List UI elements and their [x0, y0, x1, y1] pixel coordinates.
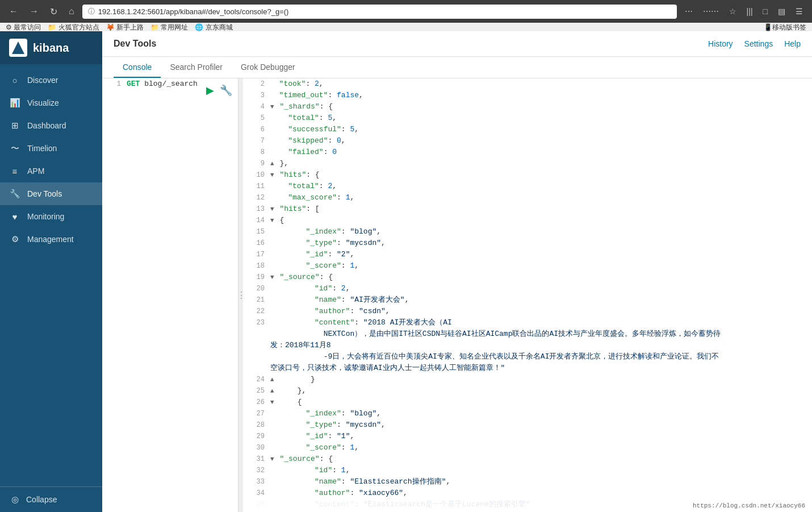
json-response-line-21: 21 "name": "AI开发者大会", — [243, 294, 812, 306]
panel-divider[interactable]: ⋮ — [238, 78, 243, 512]
secure-icon: ⓘ — [88, 7, 95, 16]
timelion-icon: 〜 — [9, 143, 20, 154]
sidebar-item-management[interactable]: ⚙ Management — [0, 228, 102, 251]
sidebar-item-label-timelion: Timelion — [27, 144, 57, 153]
json-response-line-29: 29 "_id": "1", — [243, 431, 812, 442]
star-icon[interactable]: ☆ — [726, 6, 740, 17]
editor-line-content-1: GET — [127, 78, 144, 90]
home-button[interactable]: ⌂ — [65, 5, 78, 18]
sidebar-item-visualize[interactable]: 📊 Visualize — [0, 91, 102, 114]
tab-console[interactable]: Console — [114, 57, 161, 78]
sidebar-item-label-discover: Discover — [27, 76, 58, 85]
bookmark-icon[interactable]: ||| — [743, 6, 756, 17]
json-response-line-22: 22 "author": "csdn", — [243, 306, 812, 317]
json-response-line-25: 25 ▲ }, — [243, 385, 812, 397]
json-response-line-8: 8 "failed": 0 — [243, 147, 812, 158]
json-response-line-28: 28 "_type": "mycsdn", — [243, 419, 812, 431]
json-response-line-27: 27 "_index": "blog", — [243, 408, 812, 419]
sidebar-item-timelion[interactable]: 〜 Timelion — [0, 137, 102, 160]
sidebar: kibana ○ Discover 📊 Visualize ⊞ Dashboar… — [0, 31, 102, 512]
grid-icon[interactable]: ⋯ — [681, 6, 696, 17]
json-response-line-26: 26 ▼ { — [243, 397, 812, 408]
discover-icon: ○ — [9, 74, 20, 86]
collapse-icon: ◎ — [9, 494, 20, 505]
json-response-line-15: 15 "_index": "blog", — [243, 226, 812, 238]
help-button[interactable]: Help — [784, 39, 801, 48]
json-response-line-18: 18 "_score": 1, — [243, 260, 812, 272]
collapse-button[interactable]: ◎ Collapse — [9, 494, 93, 505]
tabs-bar: Console Search Profiler Grok Debugger — [102, 57, 812, 78]
editor-line-content-1b: blog/_search — [144, 78, 198, 90]
management-icon: ⚙ — [9, 234, 20, 245]
left-panel: 1 GET blog/_search ▶ 🔧 — [102, 78, 238, 512]
url-hint: https://blog.csdn.net/xiaocy66 — [243, 499, 812, 512]
line-number-1: 1 — [107, 78, 121, 90]
menu-icon[interactable]: ☰ — [792, 6, 806, 17]
browser-actions: ⋯ ⋯⋯ ☆ ||| □ ▤ ☰ — [681, 6, 806, 17]
sidebar-item-label-management: Management — [27, 235, 74, 244]
json-response-line-19: 19 ▼ "_source": { — [243, 272, 812, 283]
kibana-logo — [9, 39, 27, 57]
history-button[interactable]: History — [708, 39, 733, 48]
address-bar[interactable]: ⓘ 192.168.1.242:5601/app/kibana#/dev_too… — [82, 5, 677, 19]
json-response-line-11: 11 "total": 2, — [243, 181, 812, 192]
devtools-header: Dev Tools History Settings Help — [102, 31, 812, 57]
tab-icon[interactable]: □ — [760, 6, 771, 17]
reload-button[interactable]: ↻ — [47, 5, 61, 18]
forward-button[interactable]: → — [26, 5, 42, 18]
sidebar-item-dashboard[interactable]: ⊞ Dashboard — [0, 114, 102, 137]
sidebar-item-monitoring[interactable]: ♥ Monitoring — [0, 205, 102, 228]
visualize-icon: 📊 — [9, 97, 20, 109]
url-text: 192.168.1.242:5601/app/kibana#/dev_tools… — [98, 7, 671, 16]
json-response-line-23: 23 "content": "2018 AI开发者大会（AI NEXTCon），… — [243, 317, 812, 374]
settings-button[interactable]: Settings — [744, 39, 773, 48]
kibana-logo-icon — [12, 41, 24, 54]
sidebar-item-label-apm: APM — [27, 166, 44, 176]
json-response-line-20: 20 "id": 2, — [243, 283, 812, 294]
run-button[interactable]: ▶ — [205, 83, 215, 98]
editor-toolbar: ▶ 🔧 — [205, 83, 233, 98]
json-response-line-14: 14 ▼ { — [243, 215, 812, 226]
tab-search-profiler[interactable]: Search Profiler — [161, 57, 232, 78]
json-response-line-2: 2 "took": 2, — [243, 78, 812, 90]
json-response-line-12: 12 "max_score": 1, — [243, 192, 812, 203]
json-response-line-17: 17 "_id": "2", — [243, 249, 812, 260]
sidebar-item-label-monitoring: Monitoring — [27, 212, 64, 221]
sidebar-item-label-visualize: Visualize — [27, 98, 59, 107]
sidebar-item-label-dashboard: Dashboard — [27, 121, 66, 130]
sidebar-item-discover[interactable]: ○ Discover — [0, 69, 102, 91]
response-content[interactable]: 2 "took": 2, 3 "timed_out": false, 4 ▼ "… — [243, 78, 812, 512]
json-response-line-13: 13 ▼ "hits": [ — [243, 203, 812, 215]
sidebar-item-devtools[interactable]: 🔧 Dev Tools — [0, 182, 102, 205]
devtools-actions: History Settings Help — [708, 39, 801, 48]
json-response-line-7: 7 "skipped": 0, — [243, 135, 812, 147]
sidebar-item-apm[interactable]: ≡ APM — [0, 160, 102, 182]
browser-chrome: ← → ↻ ⌂ ⓘ 192.168.1.242:5601/app/kibana#… — [0, 0, 812, 31]
dashboard-icon: ⊞ — [9, 120, 20, 131]
back-button[interactable]: ← — [6, 5, 22, 18]
json-response-line-4: 4 ▼ "_shards": { — [243, 101, 812, 113]
wrench-button[interactable]: 🔧 — [219, 83, 233, 98]
devtools-icon: 🔧 — [9, 188, 20, 199]
url-hint-text: https://blog.csdn.net/xiaocy66 — [693, 502, 805, 509]
json-response-line-24: 24 ▲ } — [243, 374, 812, 385]
json-response-line-31: 31 ▼ "_source": { — [243, 453, 812, 465]
tab-grok-debugger[interactable]: Grok Debugger — [232, 57, 304, 78]
sidebar-item-label-devtools: Dev Tools — [27, 189, 62, 198]
sidebar-footer: ◎ Collapse — [0, 486, 102, 512]
right-panel: 2 "took": 2, 3 "timed_out": false, 4 ▼ "… — [243, 78, 812, 512]
json-response-line-33: 33 "name": "Elasticsearch操作指南", — [243, 476, 812, 488]
kibana-title: kibana — [33, 41, 69, 55]
editor-content[interactable]: 1 GET blog/_search — [102, 78, 238, 512]
json-response-line-30: 30 "_score": 1, — [243, 442, 812, 453]
json-response-line-32: 32 "id": 1, — [243, 465, 812, 476]
json-response-line-34: 34 "author": "xiaocy66", — [243, 488, 812, 499]
app-container: kibana ○ Discover 📊 Visualize ⊞ Dashboar… — [0, 31, 812, 512]
json-response-line-5: 5 "total": 5, — [243, 113, 812, 124]
sidebar-nav: ○ Discover 📊 Visualize ⊞ Dashboard 〜 Tim… — [0, 64, 102, 486]
json-response-line-3: 3 "timed_out": false, — [243, 90, 812, 101]
sidebar-header: kibana — [0, 31, 102, 64]
json-response-line-10: 10 ▼ "hits": { — [243, 169, 812, 181]
more-icon[interactable]: ⋯⋯ — [700, 6, 722, 17]
chat-icon[interactable]: ▤ — [775, 6, 789, 17]
